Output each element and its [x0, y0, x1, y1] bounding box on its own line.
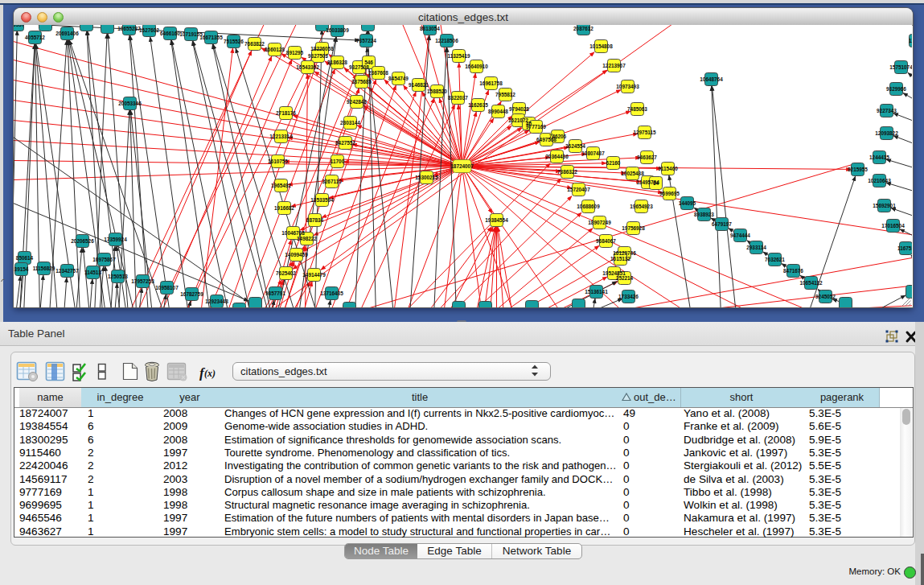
svg-text:19654923: 19654923: [630, 204, 653, 209]
svg-text:9115460: 9115460: [658, 166, 678, 171]
svg-text:12218506: 12218506: [435, 38, 458, 43]
svg-text:9146821: 9146821: [409, 82, 429, 88]
svg-text:1615132: 1615132: [610, 256, 630, 262]
svg-text:6479197: 6479197: [712, 221, 732, 227]
svg-text:10655287: 10655287: [117, 26, 141, 31]
svg-text:15720407: 15720407: [567, 187, 590, 192]
svg-text:8454749: 8454749: [388, 76, 409, 81]
svg-text:15692901: 15692901: [873, 203, 896, 208]
svg-text:18907249: 18907249: [588, 220, 611, 225]
svg-text:891295: 891295: [286, 50, 304, 56]
svg-text:9327503: 9327503: [308, 53, 328, 59]
svg-text:9327508: 9327508: [349, 64, 369, 70]
svg-text:8660128: 8660128: [265, 47, 285, 52]
svg-text:15751074: 15751074: [889, 64, 912, 70]
svg-text:12975115: 12975115: [633, 130, 656, 135]
svg-text:11700: 11700: [331, 159, 345, 164]
svg-text:16033809: 16033809: [326, 27, 349, 33]
svg-text:16543362: 16543362: [296, 64, 319, 70]
svg-text:9463627: 9463627: [637, 154, 657, 160]
svg-text:15136141: 15136141: [585, 289, 608, 295]
svg-text:2087612: 2087612: [573, 26, 593, 31]
svg-text:8990448: 8990448: [488, 109, 508, 114]
svg-text:6497568: 6497568: [536, 137, 556, 142]
svg-text:9857791: 9857791: [265, 290, 285, 296]
svg-text:10154808: 10154808: [589, 43, 613, 49]
svg-text:18724007: 18724007: [450, 163, 474, 169]
svg-text:3267110: 3267110: [322, 179, 342, 184]
svg-text:144095: 144095: [679, 200, 696, 206]
svg-text:3624554: 3624554: [565, 143, 585, 149]
svg-text:12342757: 12342757: [55, 268, 79, 274]
svg-text:8186328: 8186328: [327, 60, 347, 65]
svg-text:3875685: 3875685: [351, 79, 372, 84]
svg-text:20691406: 20691406: [55, 31, 79, 36]
svg-text:10210643: 10210643: [868, 178, 891, 183]
svg-text:17359924: 17359924: [104, 237, 127, 242]
svg-text:14099459: 14099459: [285, 252, 308, 257]
svg-text:13533594: 13533594: [310, 197, 334, 203]
svg-text:1498222: 1498222: [297, 236, 317, 241]
svg-text:10654112: 10654112: [799, 280, 823, 286]
svg-text:62160: 62160: [606, 160, 621, 166]
svg-text:15300215: 15300215: [415, 175, 438, 180]
svg-text:64: 64: [653, 180, 659, 186]
svg-text:9474444: 9474444: [730, 233, 750, 238]
svg-text:16961758: 16961758: [479, 80, 503, 86]
svg-text:850614: 850614: [16, 255, 34, 261]
svg-text:4055712: 4055712: [25, 35, 45, 40]
svg-text:11123: 11123: [909, 38, 912, 43]
svg-text:10648764: 10648764: [700, 76, 723, 82]
svg-text:10025438: 10025438: [621, 171, 644, 176]
svg-text:887834: 887834: [306, 217, 324, 223]
svg-text:7485063: 7485063: [627, 106, 647, 112]
svg-text:1733426: 1733426: [618, 294, 639, 299]
svg-text:7955812: 7955812: [495, 92, 515, 97]
svg-text:8215955: 8215955: [848, 167, 868, 172]
svg-text:10975867: 10975867: [92, 257, 116, 262]
svg-text:9699695: 9699695: [659, 191, 680, 196]
svg-text:9794028: 9794028: [509, 106, 529, 112]
svg-text:8471676: 8471676: [783, 268, 803, 274]
svg-text:11325419: 11325419: [447, 53, 470, 59]
svg-text:12213967: 12213967: [602, 63, 626, 68]
svg-text:17957253: 17957253: [131, 278, 154, 284]
svg-text:16782759: 16782759: [180, 291, 203, 297]
svg-text:114513: 114513: [84, 270, 101, 275]
svg-text:2718176: 2718176: [276, 110, 296, 116]
svg-text:1588520: 1588520: [427, 89, 447, 94]
svg-text:116753: 116753: [897, 245, 912, 251]
svg-text:7357224: 7357224: [356, 38, 376, 43]
svg-text:9245052: 9245052: [815, 294, 836, 299]
svg-text:20557: 20557: [14, 25, 25, 27]
svg-text:546: 546: [364, 60, 373, 65]
svg-text:10046768: 10046768: [281, 230, 305, 236]
svg-text:1244415: 1244415: [869, 154, 889, 160]
svg-text:6466160: 6466160: [160, 31, 180, 36]
svg-text:20053346: 20053346: [118, 101, 142, 106]
svg-text:2933114: 2933114: [746, 245, 766, 250]
svg-text:16671355: 16671355: [199, 35, 223, 40]
svg-text:16640910: 16640910: [465, 64, 488, 69]
svg-text:9242848: 9242848: [347, 99, 367, 105]
svg-text:14914479: 14914479: [302, 272, 326, 278]
svg-text:2803144: 2803144: [340, 120, 360, 126]
svg-text:11156829: 11156829: [33, 266, 55, 271]
svg-text:18226058: 18226058: [310, 46, 334, 51]
svg-text:39154: 39154: [14, 266, 29, 272]
svg-text:7515526: 7515526: [224, 39, 244, 44]
svg-text:1965492: 1965492: [271, 183, 291, 188]
svg-text:19756928: 19756928: [622, 225, 645, 231]
svg-text:1162635: 1162635: [468, 102, 488, 108]
svg-text:10973493: 10973493: [616, 84, 639, 89]
svg-text:17016504: 17016504: [881, 223, 905, 229]
svg-text:10958107: 10958107: [155, 285, 179, 290]
svg-text:7632621: 7632621: [765, 257, 785, 262]
svg-text:2367608: 2367608: [368, 70, 388, 76]
svg-text:20206526: 20206526: [71, 238, 94, 244]
svg-text:20364436: 20364436: [545, 154, 569, 159]
svg-text:7625402: 7625402: [276, 270, 296, 276]
svg-text:13716485: 13716485: [320, 290, 343, 296]
svg-text:9329966: 9329966: [886, 86, 906, 92]
svg-text:9227343: 9227343: [877, 108, 897, 113]
